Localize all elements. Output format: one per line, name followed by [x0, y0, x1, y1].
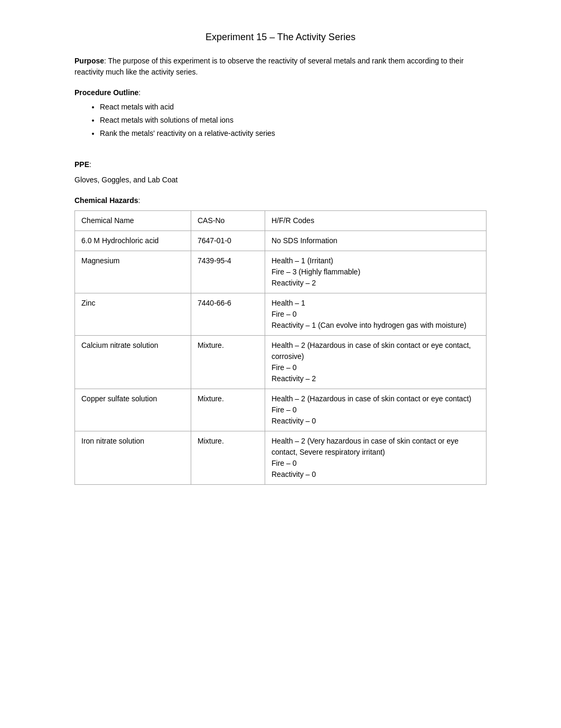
purpose-section: Purpose: The purpose of this experiment …	[74, 56, 487, 78]
col-header-cas: CAS-No	[191, 211, 265, 231]
procedure-list: React metals with acid React metals with…	[100, 102, 487, 139]
page-title: Experiment 15 – The Activity Series	[74, 32, 487, 43]
page: Experiment 15 – The Activity Series Purp…	[74, 32, 487, 494]
cas-4: Mixture.	[191, 389, 265, 431]
procedure-section: Procedure Outline: React metals with aci…	[74, 87, 487, 139]
chemical-name-2: Zinc	[75, 293, 191, 336]
chemical-name-4: Copper sulfate solution	[75, 389, 191, 431]
cas-1: 7439-95-4	[191, 251, 265, 293]
codes-2: Health – 1Fire – 0Reactivity – 1 (Can ev…	[265, 293, 487, 336]
table-row: Calcium nitrate solution Mixture. Health…	[75, 336, 487, 389]
col-header-chemical: Chemical Name	[75, 211, 191, 231]
codes-5: Health – 2 (Very hazardous in case of sk…	[265, 431, 487, 485]
col-header-codes: H/F/R Codes	[265, 211, 487, 231]
cas-0: 7647-01-0	[191, 231, 265, 251]
chemical-name-5: Iron nitrate solution	[75, 431, 191, 485]
codes-3: Health – 2 (Hazardous in case of skin co…	[265, 336, 487, 389]
codes-1: Health – 1 (Irritant)Fire – 3 (Highly fl…	[265, 251, 487, 293]
procedure-step-3: Rank the metals' reactivity on a relativ…	[100, 128, 487, 139]
codes-0: No SDS Information	[265, 231, 487, 251]
cas-2: 7440-66-6	[191, 293, 265, 336]
table-row: Copper sulfate solution Mixture. Health …	[75, 389, 487, 431]
purpose-label: Purpose	[74, 57, 104, 65]
hazards-label: Chemical Hazards	[74, 196, 138, 205]
procedure-step-2: React metals with solutions of metal ion…	[100, 115, 487, 126]
ppe-label: PPE	[74, 160, 89, 169]
procedure-label: Procedure Outline	[74, 88, 138, 97]
cas-3: Mixture.	[191, 336, 265, 389]
chemical-name-3: Calcium nitrate solution	[75, 336, 191, 389]
table-row: 6.0 M Hydrochloric acid 7647-01-0 No SDS…	[75, 231, 487, 251]
codes-4: Health – 2 (Hazardous in case of skin co…	[265, 389, 487, 431]
ppe-text: Gloves, Goggles, and Lab Coat	[74, 174, 487, 186]
hazards-section: Chemical Hazards: Chemical Name CAS-No H…	[74, 195, 487, 485]
procedure-step-1: React metals with acid	[100, 102, 487, 113]
table-header-row: Chemical Name CAS-No H/F/R Codes	[75, 211, 487, 231]
purpose-text: : The purpose of this experiment is to o…	[74, 57, 464, 76]
hazards-table: Chemical Name CAS-No H/F/R Codes 6.0 M H…	[74, 210, 487, 485]
table-row: Zinc 7440-66-6 Health – 1Fire – 0Reactiv…	[75, 293, 487, 336]
chemical-name-0: 6.0 M Hydrochloric acid	[75, 231, 191, 251]
table-row: Magnesium 7439-95-4 Health – 1 (Irritant…	[75, 251, 487, 293]
table-row: Iron nitrate solution Mixture. Health – …	[75, 431, 487, 485]
chemical-name-1: Magnesium	[75, 251, 191, 293]
cas-5: Mixture.	[191, 431, 265, 485]
ppe-section: PPE: Gloves, Goggles, and Lab Coat	[74, 159, 487, 186]
